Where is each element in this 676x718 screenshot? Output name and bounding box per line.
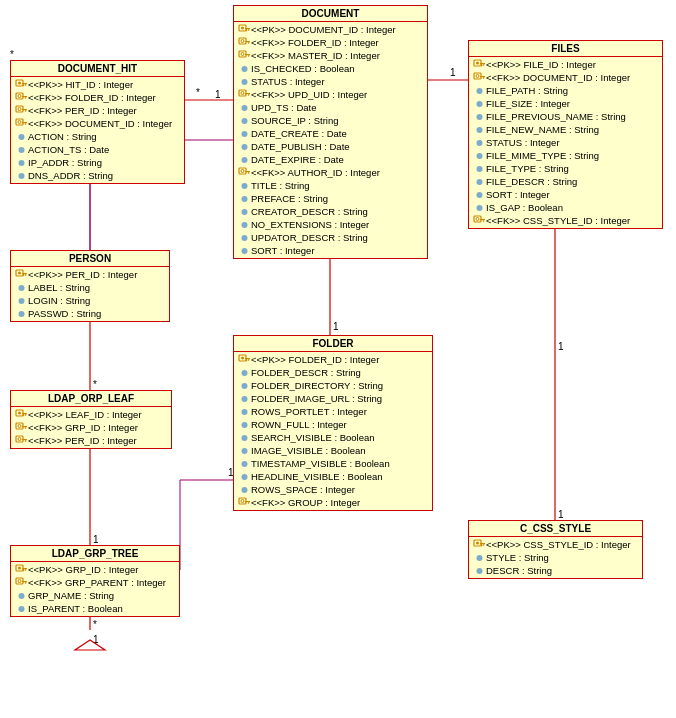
svg-point-136 xyxy=(18,285,24,291)
field-icon xyxy=(472,136,486,149)
field-row: IS_CHECKED : Boolean xyxy=(237,62,424,75)
svg-point-137 xyxy=(18,298,24,304)
field-text: ROWS_PORTLET : Integer xyxy=(251,405,367,418)
field-icon xyxy=(472,162,486,175)
field-row: STYLE : String xyxy=(472,551,639,564)
field-row: LOGIN : String xyxy=(14,294,166,307)
field-text: SORT : Integer xyxy=(486,188,550,201)
field-text: FILE_SIZE : Integer xyxy=(486,97,570,110)
svg-point-48 xyxy=(241,79,247,85)
pk-icon xyxy=(472,538,486,551)
field-icon xyxy=(237,205,251,218)
field-icon xyxy=(472,564,486,577)
svg-point-88 xyxy=(18,173,24,179)
entity-title-files: FILES xyxy=(469,41,662,57)
field-text: <<FK>> CSS_STYLE_ID : Integer xyxy=(486,214,630,227)
svg-point-164 xyxy=(476,541,479,544)
svg-point-100 xyxy=(476,114,482,120)
svg-rect-157 xyxy=(16,578,23,584)
entity-title-ldap_grp_tree: LDAP_GRP_TREE xyxy=(11,546,179,562)
pk-icon xyxy=(14,563,28,576)
field-row: STATUS : Integer xyxy=(237,75,424,88)
field-icon xyxy=(237,405,251,418)
entity-folder: FOLDER<<PK>> FOLDER_ID : IntegerFOLDER_D… xyxy=(233,335,433,511)
svg-point-82 xyxy=(18,120,21,123)
fk-icon xyxy=(14,117,28,130)
field-text: ACTION_TS : Date xyxy=(28,143,109,156)
field-row: UPD_TS : Date xyxy=(237,101,424,114)
svg-marker-28 xyxy=(75,640,105,650)
svg-point-59 xyxy=(241,169,244,172)
field-row: IP_ADDR : String xyxy=(14,156,181,169)
field-row: PREFACE : String xyxy=(237,192,424,205)
field-text: FILE_PATH : String xyxy=(486,84,568,97)
field-row: DATE_PUBLISH : Date xyxy=(237,140,424,153)
svg-point-44 xyxy=(241,52,244,55)
svg-rect-115 xyxy=(248,359,249,361)
svg-point-138 xyxy=(18,311,24,317)
field-icon xyxy=(237,192,251,205)
field-text: ACTION : String xyxy=(28,130,97,143)
field-row: STATUS : Integer xyxy=(472,136,659,149)
entity-body-files: <<PK>> FILE_ID : Integer<<FK>> DOCUMENT_… xyxy=(469,57,662,228)
field-icon xyxy=(237,366,251,379)
field-text: LOGIN : String xyxy=(28,294,90,307)
field-row: <<FK>> MASTER_ID : Integer xyxy=(237,49,424,62)
svg-point-106 xyxy=(476,192,482,198)
svg-rect-52 xyxy=(248,94,249,96)
svg-rect-41 xyxy=(245,41,250,42)
entity-document_hit: DOCUMENT_HIT<<PK>> HIT_ID : Integer<<FK>… xyxy=(10,60,185,184)
svg-point-65 xyxy=(241,222,247,228)
fk-icon xyxy=(14,104,28,117)
svg-point-85 xyxy=(18,134,24,140)
svg-rect-160 xyxy=(25,582,26,584)
fk-icon xyxy=(472,71,486,84)
field-icon xyxy=(237,218,251,231)
svg-rect-147 xyxy=(25,427,26,429)
field-icon xyxy=(14,602,28,615)
svg-rect-110 xyxy=(480,219,485,220)
svg-text:1: 1 xyxy=(558,509,564,520)
svg-rect-165 xyxy=(480,543,485,544)
svg-rect-70 xyxy=(22,83,27,84)
field-icon xyxy=(14,156,28,169)
svg-point-67 xyxy=(241,248,247,254)
field-icon xyxy=(237,62,251,75)
fk-icon xyxy=(237,166,251,179)
field-row: ACTION_TS : Date xyxy=(14,143,181,156)
field-icon xyxy=(472,149,486,162)
field-text: IS_GAP : Boolean xyxy=(486,201,563,214)
field-row: <<FK>> PER_ID : Integer xyxy=(14,104,181,117)
svg-point-78 xyxy=(18,107,21,110)
entity-title-c_css_style: C_CSS_STYLE xyxy=(469,521,642,537)
svg-rect-92 xyxy=(483,64,484,65)
field-icon xyxy=(237,470,251,483)
svg-rect-71 xyxy=(25,84,26,86)
svg-rect-73 xyxy=(16,93,23,99)
field-icon xyxy=(14,130,28,143)
field-text: <<FK>> FOLDER_ID : Integer xyxy=(251,36,379,49)
svg-rect-77 xyxy=(16,106,23,112)
svg-rect-151 xyxy=(25,440,26,442)
svg-point-55 xyxy=(241,131,247,137)
field-row: SORT : Integer xyxy=(237,244,424,257)
field-row: DATE_EXPIRE : Date xyxy=(237,153,424,166)
field-text: <<FK>> GRP_PARENT : Integer xyxy=(28,576,166,589)
field-text: <<FK>> MASTER_ID : Integer xyxy=(251,49,380,62)
field-text: IS_CHECKED : Boolean xyxy=(251,62,355,75)
svg-rect-146 xyxy=(22,426,27,427)
pk-icon xyxy=(14,268,28,281)
field-text: <<PK>> FOLDER_ID : Integer xyxy=(251,353,379,366)
field-text: DATE_CREATE : Date xyxy=(251,127,347,140)
field-icon xyxy=(237,244,251,257)
field-icon xyxy=(472,175,486,188)
field-icon xyxy=(237,75,251,88)
svg-point-54 xyxy=(241,118,247,124)
svg-point-40 xyxy=(241,39,244,42)
field-text: FOLDER_DESCR : String xyxy=(251,366,361,379)
svg-rect-116 xyxy=(246,359,247,361)
svg-point-117 xyxy=(241,370,247,376)
fk-icon xyxy=(14,91,28,104)
field-row: TITLE : String xyxy=(237,179,424,192)
svg-rect-80 xyxy=(25,110,26,112)
